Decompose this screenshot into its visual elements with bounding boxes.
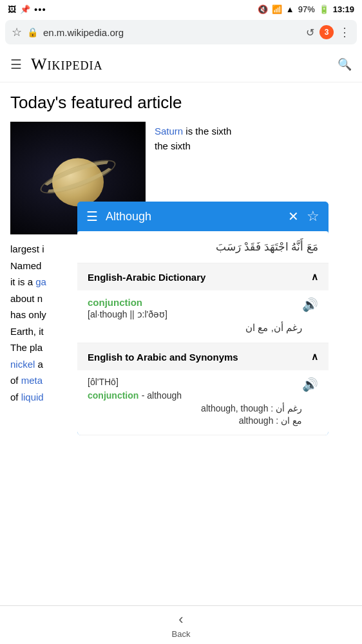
syn1-arabic: رغم أن xyxy=(276,403,302,413)
signal-icon: ▲ xyxy=(286,5,294,14)
syn2-arabic: مع ان xyxy=(281,415,302,426)
dict-pos-meaning-2: conjunction - although xyxy=(88,390,302,401)
dict-syn-row-2: مع ان : although xyxy=(88,415,302,426)
overlay-search-input[interactable]: Although xyxy=(106,210,280,223)
wiki-header-left: ☰ Wikipedia xyxy=(10,55,103,74)
speaker-icon-1[interactable]: 🔊 xyxy=(302,297,318,312)
url-input[interactable]: en.m.wikipedia.org xyxy=(43,27,301,38)
wiki-logo: Wikipedia xyxy=(31,55,103,74)
bottom-nav: ‹ Back xyxy=(0,605,362,644)
nickel-link[interactable]: nickel xyxy=(10,359,35,370)
featured-title: Today's featured article xyxy=(10,93,352,113)
wiki-menu-icon[interactable]: ☰ xyxy=(10,57,22,72)
more-icon: ••• xyxy=(34,4,46,15)
overlay-close-icon[interactable]: ✕ xyxy=(288,209,299,224)
dict-meaning-2: - although xyxy=(142,390,182,401)
dict-phonetic-2: [ôl'THō] xyxy=(88,377,302,387)
overlay-panel: ☰ Although ✕ ☆ مَعَ أَنَّهُ اجْتَهَدَ فَ… xyxy=(77,202,329,435)
overlay-header: ☰ Although ✕ ☆ xyxy=(77,202,329,231)
dict-section-1-body: conjunction [al·though || ɔ:l'ðəʊ] رغم أ… xyxy=(77,290,329,343)
back-button[interactable]: ‹ Back xyxy=(172,611,191,639)
more-menu-icon[interactable]: ⋮ xyxy=(339,25,350,39)
back-label: Back xyxy=(172,629,191,639)
wikipedia-header: ☰ Wikipedia 🔍 xyxy=(0,47,362,82)
wiki-logo-text: Wikipedia xyxy=(31,55,103,73)
overlay-content: مَعَ أَنَّهُ اجْتَهَدَ فَقَدْ رَسَبَ Eng… xyxy=(77,231,329,435)
arabic-header-text: مَعَ أَنَّهُ اجْتَهَدَ فَقَدْ رَسَبَ xyxy=(77,231,329,263)
dict-arabic-1: رغم أن, مع ان xyxy=(88,322,302,334)
status-right: 🔇 📶 ▲ 97% 🔋 13:19 xyxy=(258,5,354,14)
pin-icon: 📌 xyxy=(20,5,30,14)
dict-section-2-title: English to Arabic and Synonyms xyxy=(88,352,238,363)
status-bar: 🖼 📌 ••• 🔇 📶 ▲ 97% 🔋 13:19 xyxy=(0,0,362,17)
dict-section-2: English to Arabic and Synonyms ∧ [ôl'THō… xyxy=(77,343,329,435)
meta-link[interactable]: meta xyxy=(21,375,43,386)
intro-text: is the sixth xyxy=(183,126,231,137)
wifi-icon: 📶 xyxy=(272,5,282,14)
dict-section-1-title: English-Arabic Dictionary xyxy=(88,272,205,283)
dict-section-2-body: [ôl'THō] conjunction - although رغم أن :… xyxy=(77,370,329,435)
dict-pos-2: conjunction xyxy=(88,390,138,401)
gas-link[interactable]: ga xyxy=(35,276,46,287)
syn1-en: : although, though xyxy=(201,403,273,413)
saturn-link[interactable]: Saturn xyxy=(155,126,183,137)
dict-pos-1: conjunction xyxy=(88,297,302,308)
lock-icon: 🔒 xyxy=(27,27,38,37)
reload-icon[interactable]: ↺ xyxy=(306,26,314,39)
liquid-link[interactable]: liquid xyxy=(21,392,44,402)
article-area: Today's featured article Saturn is the s… xyxy=(0,82,362,405)
dict-section-1-text: conjunction [al·though || ɔ:l'ðəʊ] رغم أ… xyxy=(88,297,302,334)
back-arrow-icon: ‹ xyxy=(178,611,183,628)
dict-phonetic-1: [al·though || ɔ:l'ðəʊ] xyxy=(88,309,302,319)
dict-syn-row-1: رغم أن : although, though xyxy=(88,403,302,413)
mute-icon: 🔇 xyxy=(258,5,268,14)
tabs-badge[interactable]: 3 xyxy=(319,25,334,39)
wiki-search-icon[interactable]: 🔍 xyxy=(338,57,352,71)
battery-icon: 🔋 xyxy=(319,5,329,14)
status-icons-left: 🖼 📌 ••• xyxy=(8,4,46,15)
address-bar: ☆ 🔒 en.m.wikipedia.org ↺ 3 ⋮ xyxy=(5,20,357,44)
star-icon[interactable]: ☆ xyxy=(12,25,22,39)
dict-section-1-header[interactable]: English-Arabic Dictionary ∧ xyxy=(77,263,329,290)
overlay-menu-icon[interactable]: ☰ xyxy=(86,209,98,224)
chevron-up-icon-2[interactable]: ∧ xyxy=(311,351,318,363)
speaker-icon-2[interactable]: 🔊 xyxy=(302,377,318,392)
battery-text: 97% xyxy=(298,5,315,14)
overlay-star-icon[interactable]: ☆ xyxy=(307,208,319,225)
syn2-en: : although xyxy=(239,415,279,426)
chevron-up-icon-1[interactable]: ∧ xyxy=(311,271,318,283)
dict-section-1: English-Arabic Dictionary ∧ conjunction … xyxy=(77,263,329,343)
dict-section-2-header[interactable]: English to Arabic and Synonyms ∧ xyxy=(77,343,329,370)
dict-section-2-text: [ôl'THō] conjunction - although رغم أن :… xyxy=(88,377,302,426)
gallery-icon: 🖼 xyxy=(8,5,16,14)
time-text: 13:19 xyxy=(333,5,354,14)
